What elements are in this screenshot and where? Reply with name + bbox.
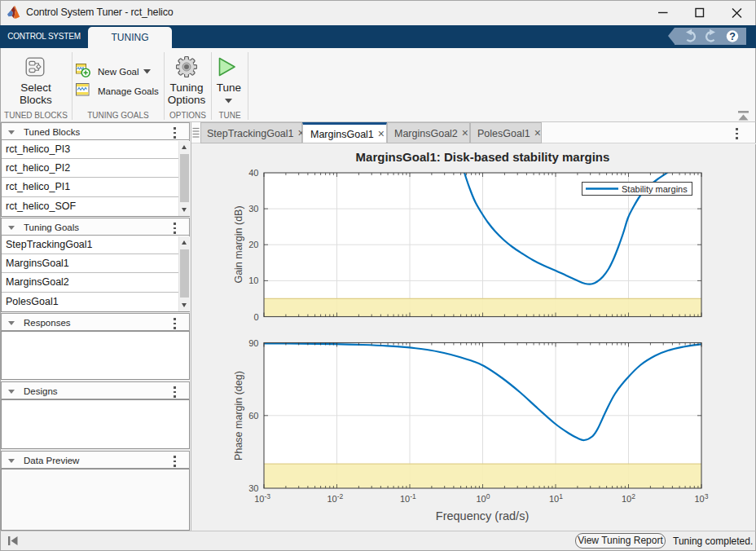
svg-text:103: 103 bbox=[695, 492, 709, 505]
svg-text:10-2: 10-2 bbox=[327, 492, 344, 505]
svg-text:Phase margin (deg): Phase margin (deg) bbox=[233, 371, 244, 461]
svg-text:40: 40 bbox=[248, 168, 258, 178]
svg-text:30: 30 bbox=[248, 204, 258, 214]
svg-text:10-3: 10-3 bbox=[254, 492, 270, 505]
svg-text:Frequency (rad/s): Frequency (rad/s) bbox=[436, 509, 529, 522]
svg-text:20: 20 bbox=[248, 240, 258, 249]
svg-text:101: 101 bbox=[549, 492, 563, 505]
svg-text:90: 90 bbox=[248, 338, 258, 348]
svg-text:30: 30 bbox=[248, 483, 258, 493]
svg-text:10: 10 bbox=[248, 276, 258, 285]
svg-text:60: 60 bbox=[248, 411, 258, 421]
svg-text:102: 102 bbox=[622, 492, 635, 505]
svg-text:Gain margin (dB): Gain margin (dB) bbox=[233, 205, 244, 283]
svg-text:100: 100 bbox=[477, 492, 490, 505]
svg-text:0: 0 bbox=[253, 312, 258, 322]
svg-text:?: ? bbox=[729, 31, 736, 42]
svg-text:10-1: 10-1 bbox=[400, 492, 416, 505]
svg-text:Stability margins: Stability margins bbox=[622, 184, 688, 194]
